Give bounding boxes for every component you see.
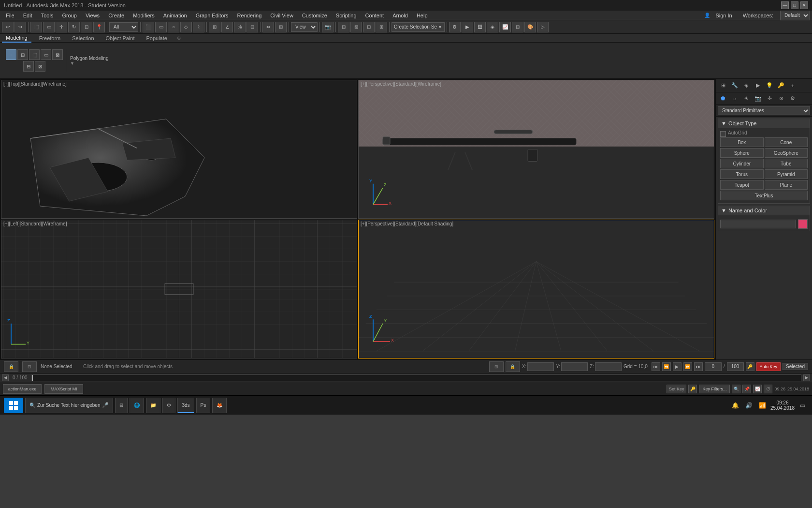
mirror-button[interactable]: ⇔ <box>262 22 274 32</box>
sphere-button[interactable]: Sphere <box>720 148 764 158</box>
select-button[interactable]: ⬚ <box>30 22 42 32</box>
taskbar-app-chrome[interactable]: 🌐 <box>130 398 144 413</box>
undo-button[interactable]: ↩ <box>2 22 14 32</box>
box-button[interactable]: Box <box>720 137 764 147</box>
menu-rendering[interactable]: Rendering <box>233 12 266 19</box>
select-rect-button[interactable]: ▭ <box>155 22 167 32</box>
vertex-button[interactable]: · <box>6 49 16 60</box>
taskbar-app-3dsmax[interactable]: 3ds <box>177 398 194 413</box>
polygon-modeling-label[interactable]: Polygon Modeling <box>70 56 109 61</box>
angle-snap[interactable]: ∠ <box>221 22 233 32</box>
selection-filter-icon[interactable]: ⊟ <box>22 361 37 372</box>
geometry-btn[interactable]: ⬟ <box>718 93 728 104</box>
volume-icon[interactable]: 🔊 <box>743 400 755 411</box>
create-panel-btn[interactable]: ⊞ <box>718 80 728 91</box>
next-frame-button[interactable]: ⏩ <box>683 362 692 371</box>
start-button[interactable] <box>4 398 23 413</box>
key-filters-button[interactable]: Key Filters... <box>699 385 730 393</box>
key-mode-button[interactable]: 🔑 <box>746 362 754 371</box>
utility-panel-btn[interactable]: 🔑 <box>776 80 786 91</box>
tab-selection[interactable]: Selection <box>68 34 98 42</box>
maximize-button[interactable]: □ <box>791 1 798 9</box>
toolbar-icon-1[interactable]: ⊟ <box>338 22 349 32</box>
scale-button[interactable]: ⊡ <box>81 22 92 32</box>
cameras-btn[interactable]: 📷 <box>753 93 763 104</box>
object-type-header[interactable]: ▼ Object Type <box>718 119 810 128</box>
go-end-button[interactable]: ⏭ <box>694 362 703 371</box>
teapot-button[interactable]: Teapot <box>720 180 764 190</box>
element-button[interactable]: ⊠ <box>52 49 63 60</box>
menu-views[interactable]: Views <box>82 12 103 19</box>
sign-in-button[interactable]: Sign In <box>711 12 736 19</box>
viewport-perspective2[interactable]: [+][Perspective][Standard][Default Shadi… <box>358 220 714 359</box>
plane-button[interactable]: Plane <box>765 180 808 190</box>
network-icon[interactable]: 📶 <box>757 400 768 411</box>
select-region-button[interactable]: ▭ <box>43 22 55 32</box>
menu-customize[interactable]: Customize <box>298 12 331 19</box>
ribbon-btn-a[interactable]: ⊟ <box>23 61 34 72</box>
display-panel-btn[interactable]: 💡 <box>764 80 775 91</box>
search-key-btn[interactable]: 🔍 <box>732 385 740 393</box>
snap-toggle[interactable]: ⊞ <box>209 22 220 32</box>
filter-select[interactable]: All <box>109 22 138 32</box>
systems-btn[interactable]: ⚙ <box>787 93 798 104</box>
autogrid-checkbox[interactable] <box>720 131 726 137</box>
hierarchy-panel-btn[interactable]: ◈ <box>741 80 752 91</box>
textplus-button[interactable]: TextPlus <box>720 191 808 200</box>
key-mode-toggle[interactable]: 🔑 <box>688 385 697 393</box>
geosphere-button[interactable]: GeoSphere <box>765 148 808 158</box>
create-selection-dropdown[interactable]: ▼ <box>438 25 442 30</box>
y-input[interactable] <box>561 362 588 371</box>
toolbar-icon-4[interactable]: ⊞ <box>376 22 387 32</box>
menu-graph-editors[interactable]: Graph Editors <box>192 12 232 19</box>
render-frame-button[interactable]: 🖼 <box>474 22 486 32</box>
x-input[interactable] <box>527 362 554 371</box>
select-fence-button[interactable]: ◇ <box>180 22 192 32</box>
view-select[interactable]: View <box>291 22 318 32</box>
show-desktop-button[interactable]: ▭ <box>797 400 808 411</box>
time-input[interactable] <box>705 362 722 371</box>
pyramid-button[interactable]: Pyramid <box>765 169 808 179</box>
tab-object-paint[interactable]: Object Paint <box>102 34 139 42</box>
time-end-input[interactable] <box>727 362 744 371</box>
menu-create[interactable]: Create <box>104 12 128 19</box>
material-editor-button[interactable]: ◈ <box>487 22 498 32</box>
render-setup-button[interactable]: ⚙ <box>449 22 461 32</box>
move-button[interactable]: ✛ <box>56 22 67 32</box>
cone-button[interactable]: Cone <box>765 137 808 147</box>
lights-btn[interactable]: ☀ <box>741 93 752 104</box>
select-name-button[interactable]: ⬛ <box>143 22 154 32</box>
menu-edit[interactable]: Edit <box>19 12 36 19</box>
toolbar-icon-2[interactable]: ⊠ <box>350 22 362 32</box>
primitive-type-select[interactable]: Standard Primitives <box>718 106 810 115</box>
set-key-button[interactable]: Set Key <box>667 385 687 393</box>
auto-key-button[interactable]: Auto Key <box>756 362 781 371</box>
play-button[interactable]: ▶ <box>673 362 682 371</box>
rotate-button[interactable]: ↻ <box>68 22 80 32</box>
menu-modifiers[interactable]: Modifiers <box>129 12 159 19</box>
curve-editor-button[interactable]: 📈 <box>499 22 511 32</box>
menu-civil-view[interactable]: Civil View <box>266 12 297 19</box>
menu-scripting[interactable]: Scripting <box>332 12 361 19</box>
menu-animation[interactable]: Animation <box>160 12 191 19</box>
name-color-header[interactable]: ▼ Name and Color <box>718 206 810 215</box>
spinner-snap[interactable]: ⊟ <box>246 22 258 32</box>
tube-button[interactable]: Tube <box>765 159 808 168</box>
render-active-button[interactable]: ▷ <box>537 22 549 32</box>
motion-panel-btn[interactable]: ▶ <box>753 80 763 91</box>
time-config-btn[interactable]: ⏱ <box>764 385 772 393</box>
taskbar-app-settings[interactable]: ⚙ <box>162 398 175 413</box>
poly-button[interactable]: ▭ <box>41 49 51 60</box>
menu-help[interactable]: Help <box>413 12 432 19</box>
cylinder-button[interactable]: Cylinder <box>720 159 764 168</box>
workspaces-select[interactable]: Default <box>780 11 810 20</box>
select-circle-button[interactable]: ○ <box>168 22 179 32</box>
tab-modeling[interactable]: Modeling <box>2 34 31 43</box>
viewport-top[interactable]: [+][Top][Standard][Wireframe] TOP <box>1 80 357 219</box>
tab-populate[interactable]: Populate <box>142 34 171 42</box>
polygon-modeling-arrow[interactable]: ▼ <box>70 61 109 66</box>
go-start-button[interactable]: ⏮ <box>652 362 660 371</box>
timeline-track[interactable] <box>31 374 801 381</box>
timeline-left-arrow[interactable]: ◀ <box>2 374 9 381</box>
torus-button[interactable]: Torus <box>720 169 764 179</box>
